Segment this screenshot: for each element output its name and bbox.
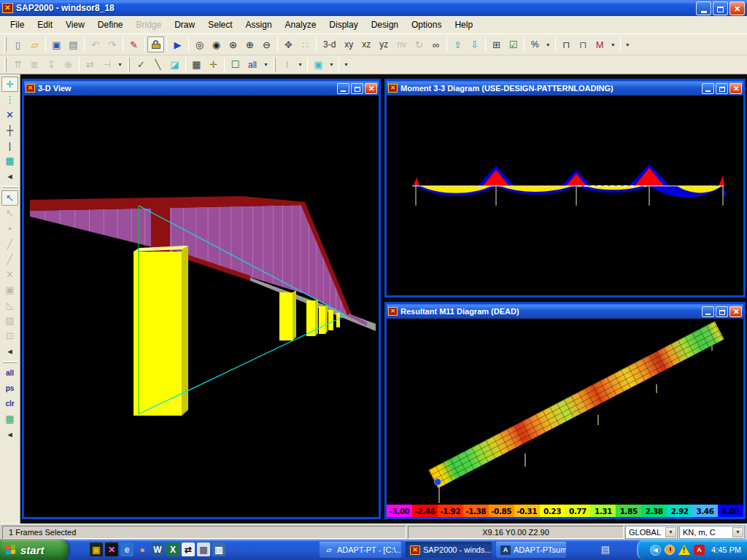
- snap-to-midpoints-button[interactable]: ⋮: [1, 92, 18, 107]
- rubber-band-zoom-button[interactable]: ◎: [191, 36, 208, 52]
- moment-titlebar[interactable]: Moment 3-3 Diagram (USE-DESIGN-PATTERNLO…: [387, 81, 743, 96]
- moment-maximize-button[interactable]: [716, 83, 728, 94]
- select-coordinate-axes-button[interactable]: ✛: [205, 57, 222, 73]
- refresh-window-button[interactable]: ✎: [125, 36, 142, 52]
- assign-frame-loads-button[interactable]: M: [592, 36, 608, 52]
- menu-display[interactable]: Display: [322, 17, 364, 33]
- menu-draw[interactable]: Draw: [168, 17, 201, 33]
- excel-quicklaunch-icon[interactable]: X: [166, 542, 179, 556]
- lock-model-button[interactable]: [147, 36, 164, 52]
- area-stress-display-button[interactable]: ▣: [310, 57, 327, 73]
- snap-more-button[interactable]: ◂: [1, 168, 18, 184]
- draw-more-button[interactable]: ◂: [1, 343, 18, 359]
- m11-close-button[interactable]: [729, 306, 742, 317]
- menu-assign[interactable]: Assign: [239, 17, 279, 33]
- previous-zoom-button[interactable]: ⊛: [225, 36, 241, 52]
- menu-help[interactable]: Help: [448, 17, 479, 33]
- menu-define[interactable]: Define: [91, 17, 130, 33]
- warning-tray-icon[interactable]: [678, 545, 690, 555]
- select-points-button[interactable]: ✓: [133, 57, 150, 73]
- 3d-view-close-button[interactable]: [365, 83, 377, 94]
- moment-minimize-button[interactable]: [702, 83, 714, 94]
- select-more-button[interactable]: ◂: [1, 427, 18, 442]
- get-previous-selection-button[interactable]: ps: [5, 381, 15, 396]
- menu-analyze[interactable]: Analyze: [279, 17, 323, 33]
- m11-maximize-button[interactable]: [716, 306, 728, 317]
- keyboard-layout-icon[interactable]: ▤: [601, 544, 610, 555]
- pan-button[interactable]: ✥: [280, 36, 297, 52]
- m11-viewport[interactable]: -3.00-2.46-1.92-1.38-0.85-0.310.230.771.…: [387, 319, 743, 517]
- 3d-view-minimize-button[interactable]: [337, 83, 349, 94]
- chevron-down-icon[interactable]: ▼: [732, 527, 743, 537]
- minimize-button[interactable]: [696, 1, 711, 15]
- show-invisible-grid-button[interactable]: ▦: [1, 411, 18, 427]
- save-button[interactable]: ▣: [48, 36, 65, 52]
- view-xz-button[interactable]: xz: [357, 36, 375, 52]
- menu-view[interactable]: View: [59, 17, 91, 33]
- assign-frame-releases-button[interactable]: ⊓: [558, 36, 575, 52]
- 3d-view-viewport[interactable]: [24, 96, 379, 517]
- assign-display-button[interactable]: %: [527, 36, 543, 52]
- assign-dropdown[interactable]: ▾: [608, 36, 618, 52]
- m11-minimize-button[interactable]: [702, 306, 714, 317]
- task-adapt-ptsum[interactable]: AADAPT-PTsum: [496, 542, 566, 558]
- start-button[interactable]: start: [0, 540, 69, 560]
- more-buttons-dropdown[interactable]: ▾: [623, 36, 632, 52]
- word-quicklaunch-icon[interactable]: W: [151, 542, 164, 556]
- select-all-button[interactable]: all: [244, 57, 261, 73]
- task-sap2000[interactable]: ✕SAP2000 - winds...: [406, 542, 492, 558]
- snap-to-grid-button[interactable]: ▦: [1, 153, 18, 168]
- select-grid-button[interactable]: ▦: [188, 57, 205, 73]
- menu-select[interactable]: Select: [201, 17, 239, 33]
- select-all-side-button[interactable]: all: [5, 365, 15, 381]
- mail-quicklaunch-icon[interactable]: ✉: [74, 542, 88, 556]
- select-pointer-button[interactable]: ↖: [1, 190, 18, 206]
- clock-tray-icon[interactable]: [665, 545, 675, 555]
- move-up-in-list-button[interactable]: ⇧: [449, 36, 466, 52]
- select-lines-button[interactable]: ╲: [150, 57, 166, 73]
- open-file-button[interactable]: ▱: [26, 36, 43, 52]
- perspective-toggle-button[interactable]: ∞: [427, 36, 444, 52]
- snap-to-joints-button[interactable]: ✛: [1, 77, 18, 92]
- menu-edit[interactable]: Edit: [31, 17, 59, 33]
- select-dropdown[interactable]: ▾: [261, 57, 271, 73]
- snap-to-perpendicular-button[interactable]: ┼: [1, 122, 18, 138]
- object-shrink-toggle-button[interactable]: ⊞: [488, 36, 505, 52]
- snap-to-lines-button[interactable]: |: [1, 138, 18, 153]
- select-poly-button[interactable]: ☐: [227, 57, 244, 73]
- graph-quicklaunch-icon[interactable]: ✕: [105, 542, 118, 556]
- more-buttons2-dropdown[interactable]: ▾: [341, 57, 351, 73]
- window-titlebar[interactable]: SAP2000 - windsor8_18: [0, 0, 747, 16]
- hide-tray-icons-button[interactable]: ◀: [650, 545, 661, 556]
- new-model-button[interactable]: ▯: [9, 36, 26, 52]
- area-stress-dropdown[interactable]: ▾: [327, 57, 336, 73]
- move-down-in-list-button[interactable]: ⇩: [466, 36, 483, 52]
- close-button[interactable]: [729, 1, 745, 15]
- set-display-options-button[interactable]: ☑: [505, 36, 522, 52]
- media-quicklaunch-icon[interactable]: ▣: [90, 542, 103, 556]
- select-areas-button[interactable]: ◪: [166, 57, 183, 73]
- calculator-quicklaunch-icon[interactable]: ▦: [197, 542, 210, 556]
- view-3d-button[interactable]: 3-d: [319, 36, 340, 52]
- clear-selection-button[interactable]: clr: [4, 396, 15, 411]
- print-button[interactable]: ▤: [65, 36, 82, 52]
- task-adapt-pt[interactable]: ▱ADAPT-PT - [C:\...: [320, 542, 401, 558]
- maximize-button[interactable]: [713, 1, 728, 15]
- moment-close-button[interactable]: [729, 83, 742, 94]
- section-cut-dropdown[interactable]: ▾: [295, 57, 305, 73]
- view-yz-button[interactable]: yz: [375, 36, 392, 52]
- units-select[interactable]: KN, m, C ▼: [679, 526, 745, 539]
- m11-titlebar[interactable]: Resultant M11 Diagram (DEAD): [387, 304, 743, 319]
- sync-quicklaunch-icon[interactable]: ⇄: [182, 542, 195, 556]
- view-xy-button[interactable]: xy: [340, 36, 357, 52]
- zoom-out-button[interactable]: ⊖: [258, 36, 275, 52]
- run-analysis-button[interactable]: ▶: [169, 36, 186, 52]
- display-options-dropdown[interactable]: ▾: [543, 36, 553, 52]
- internet-explorer-quicklaunch-icon[interactable]: e: [120, 542, 133, 556]
- 3d-view-maximize-button[interactable]: [351, 83, 363, 94]
- moment-viewport[interactable]: [387, 96, 743, 295]
- assign-frame-sections-button[interactable]: ⊓: [575, 36, 592, 52]
- menu-file[interactable]: File: [4, 17, 31, 33]
- snap-to-intersections-button[interactable]: ✕: [1, 107, 18, 122]
- menu-design[interactable]: Design: [365, 17, 405, 33]
